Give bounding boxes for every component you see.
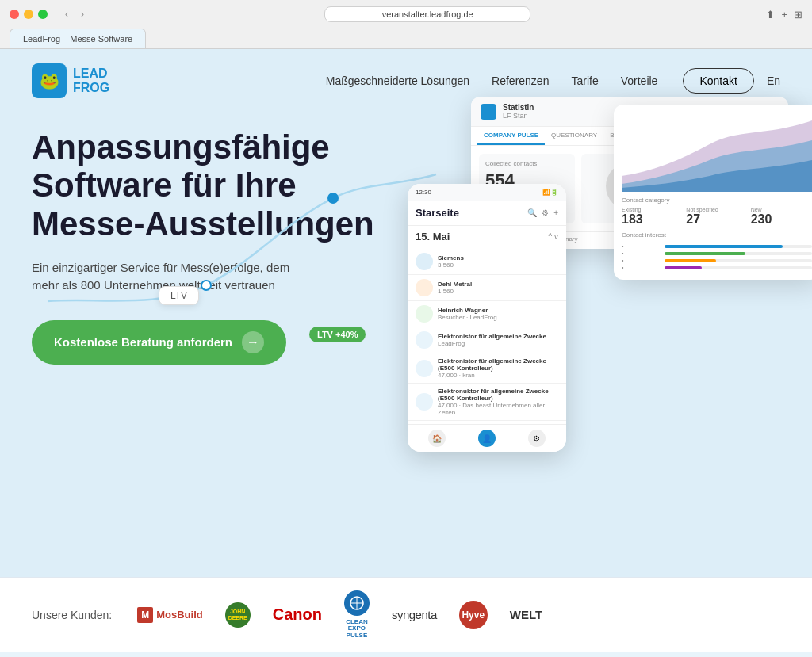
johndeere-badge: JOHN DEERE xyxy=(225,602,251,628)
customers-label: Unsere Kunden: xyxy=(32,609,112,621)
contact-bars: • • • • xyxy=(622,243,812,270)
search-icon[interactable]: 🔍 xyxy=(527,208,537,217)
mobile-icons: 📶🔋 xyxy=(542,189,558,196)
close-button[interactable] xyxy=(10,10,19,19)
customers-bar: Unsere Kunden: M MosBuild JOHN DEERE Can… xyxy=(0,577,812,652)
cleanexpo-logo: CLEANEXPOPULSE xyxy=(344,590,370,640)
item-icon xyxy=(416,331,433,349)
item-icon xyxy=(416,360,433,377)
dash-tab-pulse[interactable]: COMPANY PULSE xyxy=(477,127,545,145)
hyve-badge: Hyve xyxy=(459,601,488,629)
syngenta-logo: syngenta xyxy=(392,608,437,621)
forward-button[interactable]: › xyxy=(76,8,89,21)
not-specified-value: 27 xyxy=(686,212,747,227)
ltv-badge: LTV +40% xyxy=(309,327,366,342)
nav-link-solutions[interactable]: Maßgeschneiderte Lösungen xyxy=(326,74,469,87)
mosbuild-logo: M MosBuild xyxy=(137,607,203,623)
contact-category-label: Contact category xyxy=(622,197,812,204)
canon-logo: Canon xyxy=(273,605,322,624)
hyve-logo: Hyve xyxy=(459,601,488,629)
dash-company: Statistin xyxy=(503,103,534,112)
mosbuild-icon: M xyxy=(137,607,153,623)
analytics-card: Contact category Existing 183 Not specif… xyxy=(614,105,812,280)
list-item[interactable]: Elektronistor für allgemeine Zwecke (E50… xyxy=(408,353,566,384)
browser-tab[interactable]: LeadFrog – Messe Software xyxy=(10,29,146,48)
mobile-list: Siemens 3,560 Dehl Metral 1,560 xyxy=(408,246,566,424)
logo-text: LEAD FROG xyxy=(73,67,109,94)
bar-row: • xyxy=(622,243,812,249)
new-label: New xyxy=(751,207,812,212)
canon-text: Canon xyxy=(273,605,322,624)
welt-logo: WELT xyxy=(510,608,542,621)
browser-action-buttons: ⬆ + ⊞ xyxy=(766,9,802,21)
ltv-label: LTV xyxy=(159,286,199,305)
minimize-button[interactable] xyxy=(24,10,33,19)
website-content: 🐸 LEAD FROG Maßgeschneiderte Lösungen Re… xyxy=(0,49,812,652)
welt-text: WELT xyxy=(510,608,542,621)
browser-nav-controls: ‹ › xyxy=(60,8,89,21)
nav-link-references[interactable]: Referenzen xyxy=(492,74,549,87)
hero-title: Anpassungsfähige Software für Ihre Messe… xyxy=(32,128,396,243)
list-item[interactable]: Dehl Metral 1,560 xyxy=(408,275,566,301)
cta-button[interactable]: Kostenlose Beratung anfordern → xyxy=(32,320,286,365)
contacts-label: Collected contacts xyxy=(485,160,569,167)
item-text: Elektronistor für allgemeine Zwecke (E50… xyxy=(438,357,558,379)
cta-label: Kostenlose Beratung anfordern xyxy=(54,335,232,349)
item-text: Elektronuktor für allgemeine Zwecke (E50… xyxy=(438,388,558,416)
existing-label: Existing xyxy=(622,207,683,212)
item-text: Heinrich Wagner Besucher · LeadFrog xyxy=(438,307,497,321)
customer-logos: M MosBuild JOHN DEERE Canon xyxy=(137,590,780,640)
existing-value: 183 xyxy=(622,212,683,227)
mobile-app-card: 12:30 📶🔋 Starseite 🔍 ⚙ + 15. Mai ^ v xyxy=(408,184,566,452)
item-icon xyxy=(416,393,433,411)
mobile-time: 12:30 xyxy=(416,189,431,196)
dashboard-screenshots: Statistin LF Stan COMPANY PULSE QUESTION… xyxy=(408,97,812,249)
mobile-statusbar: 12:30 📶🔋 xyxy=(408,184,566,201)
item-text: Elektronistor für allgemeine Zwecke Lead… xyxy=(438,333,546,347)
list-item[interactable]: Siemens 3,560 xyxy=(408,249,566,275)
back-button[interactable]: ‹ xyxy=(60,8,73,21)
new-tab-icon[interactable]: + xyxy=(781,9,787,21)
contacts-nav-icon[interactable]: 👤 xyxy=(478,430,496,447)
item-text: Siemens 3,560 xyxy=(438,254,464,269)
logo[interactable]: 🐸 LEAD FROG xyxy=(32,63,109,98)
contact-interest-label: Contact interest xyxy=(622,231,812,239)
kontakt-button[interactable]: Kontakt xyxy=(683,68,753,94)
analytics-stats: Existing 183 Not specified 27 New 230 xyxy=(622,207,812,227)
nav-link-pricing[interactable]: Tarife xyxy=(571,74,598,87)
date-nav-arrows[interactable]: ^ v xyxy=(549,232,558,241)
grid-icon[interactable]: ⊞ xyxy=(794,9,802,21)
browser-chrome: ‹ › veranstalter.leadfrog.de ⬆ + ⊞ LeadF… xyxy=(0,0,812,49)
bar-row: • xyxy=(622,250,812,256)
mobile-bottom-nav: 🏠 👤 ⚙ xyxy=(408,424,566,452)
item-icon xyxy=(416,253,433,270)
profile-nav-icon[interactable]: ⚙ xyxy=(528,430,546,447)
nav-links: Maßgeschneiderte Lösungen Referenzen Tar… xyxy=(326,74,658,88)
dash-tab-questionary[interactable]: QUESTIONARY xyxy=(545,127,603,145)
mobile-date-section: 15. Mai ^ v xyxy=(408,226,566,246)
johndeere-logo: JOHN DEERE xyxy=(225,602,251,628)
home-nav-icon[interactable]: 🏠 xyxy=(428,430,446,447)
mobile-header: Starseite 🔍 ⚙ + xyxy=(408,201,566,226)
mobile-date: 15. Mai xyxy=(416,231,450,243)
mobile-title: Starseite xyxy=(416,207,459,219)
list-item[interactable]: Heinrich Wagner Besucher · LeadFrog xyxy=(408,301,566,327)
add-icon[interactable]: + xyxy=(553,208,558,217)
item-icon xyxy=(416,279,433,296)
arrow-icon: → xyxy=(242,331,264,353)
list-item[interactable]: Elektronistor für allgemeine Zwecke Lead… xyxy=(408,327,566,353)
mosbuild-text: MosBuild xyxy=(156,609,203,621)
dash-sub: LF Stan xyxy=(503,112,534,120)
maximize-button[interactable] xyxy=(38,10,48,19)
language-switcher[interactable]: En xyxy=(767,74,780,87)
filter-icon[interactable]: ⚙ xyxy=(542,208,549,217)
syngenta-text: syngenta xyxy=(392,608,437,621)
share-icon[interactable]: ⬆ xyxy=(766,9,775,21)
address-bar[interactable]: veranstalter.leadfrog.de xyxy=(324,6,530,22)
bar-row: • xyxy=(622,258,812,263)
list-item[interactable]: Elektronuktor für allgemeine Zwecke (E50… xyxy=(408,384,566,421)
cleanexpo-text: CLEANEXPOPULSE xyxy=(346,619,368,640)
nav-link-benefits[interactable]: Vorteile xyxy=(621,74,658,87)
item-text: Dehl Metral 1,560 xyxy=(438,281,472,295)
item-icon xyxy=(416,305,433,323)
